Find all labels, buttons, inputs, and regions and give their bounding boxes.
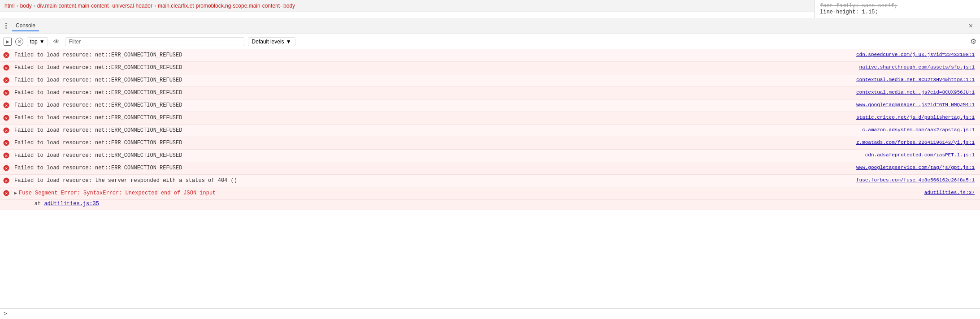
context-value: top — [30, 39, 38, 45]
error-message: Failed to load resource: net::ERR_CONNEC… — [13, 101, 783, 109]
error-icon: ✕ — [0, 126, 13, 134]
svg-text:✕: ✕ — [5, 65, 8, 71]
svg-text:✕: ✕ — [5, 116, 8, 121]
error-icon: ✕ — [0, 89, 13, 96]
error-source[interactable]: cdn.speedcurve.com/j…ux.js?id=22432108:1 — [783, 51, 980, 58]
svg-text:✕: ✕ — [5, 191, 8, 196]
table-row: ✕Failed to load resource: net::ERR_CONNE… — [0, 162, 980, 175]
table-row: ✕Failed to load resource: net::ERR_CONNE… — [0, 62, 980, 74]
svg-text:✕: ✕ — [5, 178, 8, 184]
default-levels-button[interactable]: Default levels ▼ — [248, 37, 295, 46]
svg-text:✕: ✕ — [5, 91, 8, 96]
breadcrumb-body[interactable]: body — [20, 3, 32, 9]
syntax-error-sub-row: at adUtilities.js:35 — [0, 200, 980, 210]
error-source[interactable]: native.sharethrough.com/assets/sfp.js:1 — [783, 64, 980, 71]
error-message: Failed to load resource: the server resp… — [13, 177, 783, 185]
breadcrumb: html › body › div.main-content.main-cont… — [0, 0, 980, 12]
error-source[interactable]: contextual.media.net….js?cid=8CUX956JU:1 — [783, 89, 980, 96]
error-icon: ✕ — [0, 114, 13, 121]
chevron-down-icon: ▼ — [39, 39, 45, 45]
context-selector[interactable]: top ▼ — [27, 37, 48, 46]
console-prompt: > — [4, 310, 7, 317]
breadcrumb-html[interactable]: html — [4, 3, 15, 9]
svg-text:✕: ✕ — [5, 128, 8, 134]
svg-text:✕: ✕ — [5, 141, 8, 146]
table-row: ✕Failed to load resource: net::ERR_CONNE… — [0, 99, 980, 112]
error-message: Failed to load resource: net::ERR_CONNEC… — [13, 139, 783, 147]
error-message: Failed to load resource: net::ERR_CONNEC… — [13, 76, 783, 84]
error-source[interactable]: static.criteo.net/js…d/publishertag.js:1 — [783, 114, 980, 121]
error-icon: ✕ — [0, 139, 13, 146]
error-message: Failed to load resource: net::ERR_CONNEC… — [13, 51, 783, 59]
expand-triangle[interactable]: ▶ — [14, 191, 17, 196]
table-row: ✕Failed to load resource: net::ERR_CONNE… — [0, 125, 980, 137]
error-icon: ✕ — [0, 151, 13, 159]
table-row: ✕Failed to load resource: net::ERR_CONNE… — [0, 87, 980, 99]
error-source[interactable]: contextual.media.net…8CU2T3HV4&https:1:1 — [783, 76, 980, 83]
error-message: Failed to load resource: net::ERR_CONNEC… — [13, 126, 783, 134]
console-header: Console × — [0, 18, 980, 34]
console-content: ✕Failed to load resource: net::ERR_CONNE… — [0, 49, 980, 308]
table-row: ✕Failed to load resource: net::ERR_CONNE… — [0, 150, 980, 162]
breadcrumb-main[interactable]: main.clearfix.et-promoblock.ng-scope.mai… — [158, 3, 295, 9]
error-icon: ✕ — [0, 164, 13, 171]
error-icon: ✕ — [0, 51, 13, 58]
error-message: Failed to load resource: net::ERR_CONNEC… — [13, 89, 783, 97]
svg-text:✕: ✕ — [5, 166, 8, 171]
error-source[interactable]: cdn.adsafeprotected.com/iasPET.1.js:1 — [783, 151, 980, 159]
svg-text:✕: ✕ — [5, 53, 8, 58]
error-icon: ✕ — [0, 177, 13, 184]
table-row: ✕Failed to load resource: net::ERR_CONNE… — [0, 137, 980, 150]
css-font-family: font-family: sans-serif; — [820, 3, 975, 9]
breadcrumb-div[interactable]: div.main-content.main-content--universal… — [37, 3, 152, 9]
error-message: Failed to load resource: net::ERR_CONNEC… — [13, 164, 783, 172]
devtools-menu[interactable] — [4, 21, 9, 30]
eye-button[interactable]: 👁 — [52, 37, 61, 46]
error-source[interactable]: c.amazon-adsystem.com/aax2/apstag.js:1 — [783, 126, 980, 134]
css-line-height: line-height: 1.15; — [820, 9, 975, 15]
table-row: ✕Failed to load resource: the server res… — [0, 175, 980, 187]
svg-text:✕: ✕ — [5, 153, 8, 159]
table-row: ✕▶Fuse Segment Error: SyntaxError: Unexp… — [0, 187, 980, 200]
console-input[interactable] — [11, 311, 976, 317]
console-toolbar: ▶ ⊘ top ▼ 👁 Default levels ▼ ⚙ — [0, 34, 980, 49]
error-message: Failed to load resource: net::ERR_CONNEC… — [13, 151, 783, 160]
close-button[interactable]: × — [965, 20, 976, 32]
syntax-error-source[interactable]: adUtilities.js:37 — [783, 189, 980, 196]
console-input-row: > — [0, 308, 980, 319]
syntax-error-message: ▶Fuse Segment Error: SyntaxError: Unexpe… — [13, 189, 783, 197]
levels-chevron: ▼ — [286, 39, 291, 45]
execute-button[interactable]: ▶ — [4, 38, 12, 46]
error-source[interactable]: z.moatads.com/forbes…22641196143/yi.js:1 — [783, 139, 980, 146]
error-message: Failed to load resource: net::ERR_CONNEC… — [13, 114, 783, 122]
settings-icon[interactable]: ⚙ — [970, 37, 976, 46]
console-panel: Console × ▶ ⊘ top ▼ 👁 Default levels ▼ ⚙… — [0, 18, 980, 319]
error-source[interactable]: fuse.forbes.com/fuse…4c8c566162c26f8a5:1 — [783, 177, 980, 184]
error-message: Failed to load resource: net::ERR_CONNEC… — [13, 64, 783, 72]
levels-label: Default levels — [252, 39, 284, 45]
table-row: ✕Failed to load resource: net::ERR_CONNE… — [0, 112, 980, 125]
error-source[interactable]: www.googletagservice…com/tag/js/gpt.js:1 — [783, 164, 980, 171]
error-icon: ✕ — [0, 101, 13, 108]
error-link[interactable]: adUtilities.js:35 — [44, 201, 99, 207]
error-icon: ✕ — [0, 76, 13, 83]
console-tab[interactable]: Console — [12, 21, 39, 31]
css-panel: font-family: sans-serif; line-height: 1.… — [814, 0, 980, 18]
svg-text:✕: ✕ — [5, 103, 8, 108]
table-row: ✕Failed to load resource: net::ERR_CONNE… — [0, 49, 980, 62]
error-icon: ✕ — [0, 64, 13, 71]
filter-input[interactable] — [65, 37, 244, 46]
clear-button[interactable]: ⊘ — [15, 38, 23, 46]
error-source[interactable]: www.googletagmanager….js?id=GTM-NMQJM4:1 — [783, 101, 980, 108]
svg-text:✕: ✕ — [5, 78, 8, 83]
table-row: ✕Failed to load resource: net::ERR_CONNE… — [0, 74, 980, 87]
error-icon: ✕ — [0, 189, 13, 196]
